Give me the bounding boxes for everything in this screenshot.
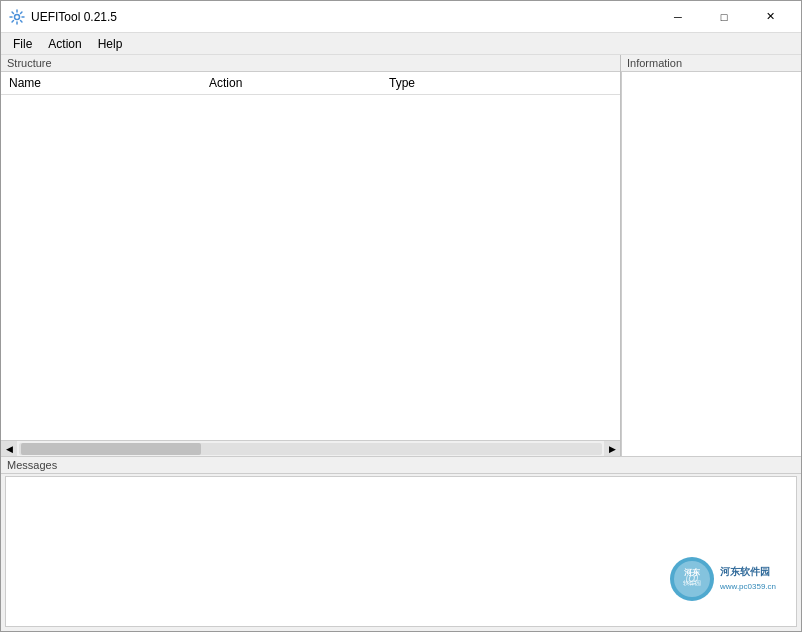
menu-help[interactable]: Help <box>90 35 131 53</box>
svg-text:河东软件园: 河东软件园 <box>720 566 770 577</box>
maximize-button[interactable]: □ <box>701 1 747 33</box>
top-area: Structure Name Action Type ◀ ▶ <box>1 55 801 456</box>
menu-bar: File Action Help <box>1 33 801 55</box>
window-controls: ─ □ ✕ <box>655 1 793 33</box>
tree-body[interactable] <box>1 95 620 440</box>
structure-panel: Structure Name Action Type ◀ ▶ <box>1 55 621 456</box>
svg-point-0 <box>15 14 20 19</box>
svg-text:www.pc0359.cn: www.pc0359.cn <box>719 582 776 591</box>
menu-action[interactable]: Action <box>40 35 89 53</box>
scrollbar-track[interactable] <box>19 443 602 455</box>
app-icon <box>9 9 25 25</box>
title-bar: UEFITool 0.21.5 ─ □ ✕ <box>1 1 801 33</box>
tree-header: Name Action Type <box>1 72 620 95</box>
information-panel: Information <box>621 55 801 456</box>
scroll-left-arrow[interactable]: ◀ <box>1 441 17 457</box>
messages-label: Messages <box>1 457 801 474</box>
window-title: UEFITool 0.21.5 <box>31 10 117 24</box>
scrollbar-thumb[interactable] <box>21 443 201 455</box>
information-body <box>621 72 801 456</box>
title-bar-left: UEFITool 0.21.5 <box>9 9 117 25</box>
col-action: Action <box>201 74 381 92</box>
close-button[interactable]: ✕ <box>747 1 793 33</box>
structure-label: Structure <box>1 55 620 72</box>
watermark: 河东 软件园 @ 河东软件园 www.pc0359.cn <box>662 537 792 622</box>
col-name: Name <box>1 74 201 92</box>
col-type: Type <box>381 74 620 92</box>
information-label: Information <box>621 55 801 72</box>
menu-file[interactable]: File <box>5 35 40 53</box>
scroll-right-arrow[interactable]: ▶ <box>604 441 620 457</box>
svg-text:@: @ <box>685 570 699 586</box>
minimize-button[interactable]: ─ <box>655 1 701 33</box>
horizontal-scrollbar[interactable]: ◀ ▶ <box>1 440 620 456</box>
